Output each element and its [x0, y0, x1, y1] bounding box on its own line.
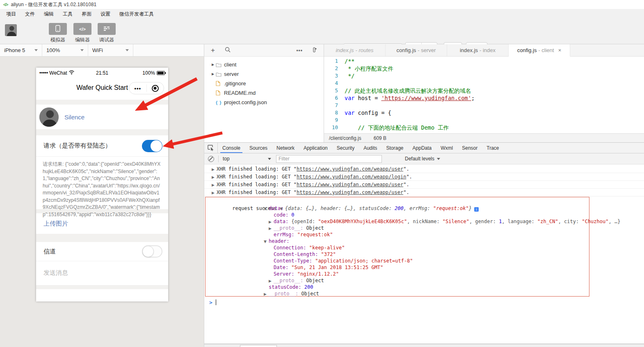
object-tree-row[interactable]: ▶__proto__: Object	[204, 225, 644, 231]
app-icon: </>	[3, 2, 8, 7]
tree-item-project-config-json[interactable]: { }project.config.json	[204, 98, 324, 107]
add-file-icon[interactable]: +	[211, 47, 215, 54]
code-line: 5// 此处主机域名修改成腾讯云解决方案分配的域名	[324, 87, 644, 94]
editor-tab-2[interactable]: index.js- index	[447, 44, 509, 56]
file-icon	[216, 90, 224, 96]
zoom-select[interactable]: 100%	[42, 44, 88, 56]
request-url-link[interactable]: https://www.yudingfan.com/weapp/user	[297, 166, 403, 172]
object-tree-row[interactable]: ▶data: {openId: "oexD40K8MhYXhujkLeE4BcK…	[204, 218, 644, 225]
code-line: 6var host = 'https://www.yudingfan.com';	[324, 94, 644, 102]
menu-item-5[interactable]: 设置	[96, 9, 115, 19]
editor-tab-0[interactable]: index.js- routes	[324, 44, 386, 56]
tree-item-client[interactable]: ▶client	[204, 60, 324, 69]
debugger-button[interactable]: 调试器	[97, 23, 116, 43]
menu-item-0[interactable]: 项目	[2, 9, 21, 19]
request-url-link[interactable]: https://www.yudingfan.com/weapp/user	[297, 182, 403, 187]
devtools-tab-network[interactable]: Network	[272, 143, 299, 153]
devtools-tab-sensor[interactable]: Sensor	[457, 143, 482, 153]
devtools-tab-console[interactable]: Console	[218, 143, 245, 153]
file-tree: ▶client▶server.gitignoreREADME.md{ }proj…	[204, 57, 324, 107]
expand-icon[interactable]: ▶	[212, 174, 217, 181]
xhr-log-row[interactable]: ▶XHR finished loading: GET "https://www.…	[204, 189, 644, 196]
devtools-tab-audits[interactable]: Audits	[359, 143, 381, 153]
network-select[interactable]: WiFi	[88, 44, 133, 56]
request-toggle[interactable]	[142, 140, 162, 152]
tree-item-server[interactable]: ▶server	[204, 69, 324, 79]
devtools-tab-sources[interactable]: Sources	[245, 143, 272, 153]
expand-icon[interactable]: ▶	[212, 181, 217, 189]
devtools-tab-appdata[interactable]: AppData	[408, 143, 436, 153]
chevron-down-icon	[268, 158, 271, 160]
xhr-log-row[interactable]: ▶XHR finished loading: GET "https://www.…	[204, 165, 644, 173]
code-editor[interactable]: 1/**2 * 小程序配置文件3 */45// 此处主机域名修改成腾讯云解决方案…	[324, 57, 644, 133]
phone-status-bar: ••••• WeChat 21:51 100%	[36, 68, 168, 78]
device-select[interactable]: iPhone 5	[0, 44, 42, 56]
partial-bottom-control	[240, 345, 277, 347]
code-line: 9	[324, 116, 644, 124]
chevron-down-icon	[126, 49, 129, 51]
close-tab-icon[interactable]: ×	[558, 47, 562, 53]
battery-icon	[157, 71, 165, 75]
explorer-toolbar: + •••	[204, 44, 324, 57]
channel-toggle[interactable]	[142, 245, 162, 258]
log-levels-select[interactable]: Default levels	[405, 156, 440, 162]
bottom-status-strip	[204, 344, 644, 347]
xhr-log-row[interactable]: ▶XHR finished loading: GET "https://www.…	[204, 173, 644, 181]
expand-icon[interactable]: ▶	[212, 166, 217, 174]
menu-item-3[interactable]: 工具	[58, 9, 77, 19]
devtools-tab-bar: ConsoleSourcesNetworkApplicationSecurity…	[204, 143, 644, 153]
object-tree-row: Content-Type: "application/json; charset…	[204, 258, 644, 264]
info-icon: i	[474, 207, 479, 212]
chevron-down-icon	[80, 49, 84, 51]
record-icon	[152, 85, 159, 92]
object-tree-row[interactable]: ▶__proto__: Object	[204, 277, 644, 284]
simulator-button[interactable]: 模拟器	[48, 23, 67, 43]
editor-button[interactable]: </> 编辑器	[73, 23, 92, 43]
wifi-icon	[69, 70, 75, 76]
object-tree-row[interactable]: ▼header:	[204, 238, 644, 244]
user-info-section[interactable]: Silence	[36, 105, 168, 129]
menu-item-2[interactable]: 编辑	[39, 9, 58, 19]
expand-icon[interactable]: ▶	[212, 189, 217, 197]
tree-item-gitignore[interactable]: .gitignore	[204, 79, 324, 88]
devtools-tab-trace[interactable]: Trace	[482, 143, 503, 153]
request-url-link[interactable]: https://www.yudingfan.com/weapp/login	[297, 174, 406, 180]
upload-image-link[interactable]: 上传图片	[43, 220, 68, 228]
devtools-tab-storage[interactable]: Storage	[382, 143, 408, 153]
devtools-tab-security[interactable]: Security	[332, 143, 359, 153]
devtools-tab-wxml[interactable]: Wxml	[436, 143, 457, 153]
code-icon: </>	[79, 27, 86, 32]
user-name-link[interactable]: Silence	[64, 114, 84, 121]
search-icon[interactable]	[225, 47, 231, 54]
menu-item-6[interactable]: 微信开发者工具	[115, 9, 158, 19]
console-message[interactable]: request success▼{data: {…}, header: {…},…	[204, 199, 644, 205]
collapse-sidebar-icon[interactable]	[311, 47, 317, 54]
editor-tab-3[interactable]: config.js- client×	[509, 44, 570, 57]
console-filter-input[interactable]	[276, 155, 382, 163]
device-bar: iPhone 5 100% WiFi	[0, 44, 204, 57]
more-menu-button[interactable]: •••	[129, 85, 146, 91]
text-cursor	[216, 299, 216, 305]
more-options-icon[interactable]: •••	[296, 48, 303, 53]
send-message-label[interactable]: 发送消息	[36, 261, 168, 285]
devtools-tab-application[interactable]: Application	[299, 143, 332, 153]
phone-icon	[55, 25, 60, 33]
expand-icon[interactable]: ▶	[210, 63, 216, 66]
expand-icon[interactable]: ▶	[210, 72, 216, 76]
menu-item-1[interactable]: 文件	[21, 9, 39, 19]
menu-item-4[interactable]: 界面	[77, 9, 96, 19]
user-avatar-toolbar[interactable]	[5, 24, 17, 36]
prompt-chevron-icon: >	[209, 299, 212, 306]
tree-item-readme-md[interactable]: README.md	[204, 88, 324, 98]
request-url-link[interactable]: https://www.yudingfan.com/weapp/user	[297, 189, 403, 195]
code-line: 10 // 下面的地址配合云端 Demo 工作	[324, 124, 644, 131]
editor-tab-1[interactable]: config.js- server	[386, 44, 447, 56]
clear-console-icon[interactable]	[208, 156, 214, 162]
context-select[interactable]: top	[223, 156, 276, 162]
exit-record-button[interactable]	[147, 85, 164, 92]
xhr-log-row[interactable]: ▶XHR finished loading: GET "https://www.…	[204, 181, 644, 189]
inspect-element-button[interactable]	[204, 143, 218, 153]
console-prompt[interactable]: >	[204, 299, 216, 306]
channel-section: 信道 发送消息	[36, 242, 168, 285]
object-tree-row[interactable]: ▶__proto__: Object	[204, 290, 644, 297]
